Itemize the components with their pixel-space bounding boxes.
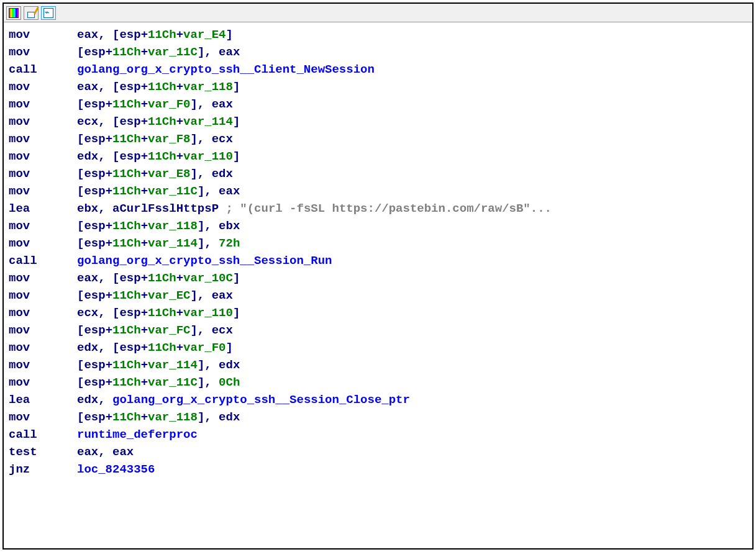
asm-line[interactable]: callgolang_org_x_crypto_ssh__Session_Run xyxy=(9,252,747,269)
tok-pct: + xyxy=(141,115,148,129)
tok-reg: edx xyxy=(212,167,233,181)
tok-pct: + xyxy=(176,306,183,320)
tok-reg: esp xyxy=(119,271,140,285)
tok-pct: [ xyxy=(77,289,84,302)
tok-num: 11Ch xyxy=(112,97,141,111)
tok-reg: esp xyxy=(119,306,140,320)
tok-reg: aCurlFsslHttpsP xyxy=(112,202,219,215)
mnemonic: call xyxy=(9,426,77,443)
tok-pct: + xyxy=(106,410,112,424)
tok-pct: [ xyxy=(77,410,84,424)
asm-line[interactable]: mov[esp+11Ch+var_114], edx xyxy=(9,356,747,374)
tok-pct: + xyxy=(176,150,183,163)
tok-pct: [ xyxy=(77,45,84,59)
tok-reg: esp xyxy=(84,219,105,233)
tok-pct: ], xyxy=(198,358,219,372)
tok-pct: + xyxy=(141,97,148,111)
mnemonic: mov xyxy=(9,374,77,391)
tok-reg: ebx xyxy=(219,219,240,233)
tok-reg: eax xyxy=(77,271,98,285)
asm-line[interactable]: mov[esp+11Ch+var_118], edx xyxy=(9,409,747,426)
tok-reg: esp xyxy=(84,237,105,250)
tok-pct: , [ xyxy=(98,115,119,129)
mnemonic: mov xyxy=(9,409,77,426)
tok-reg: esp xyxy=(84,45,105,59)
asm-line[interactable]: mov[esp+11Ch+var_11C], eax xyxy=(9,43,747,61)
tok-num: 11Ch xyxy=(148,150,176,163)
asm-line[interactable]: movecx, [esp+11Ch+var_110] xyxy=(9,304,747,322)
tok-pct: , xyxy=(98,202,112,215)
tok-pct: , [ xyxy=(98,150,119,163)
mnemonic: lea xyxy=(9,200,77,217)
tok-reg: esp xyxy=(84,132,105,146)
tok-reg: eax xyxy=(219,184,240,198)
tok-num: 11Ch xyxy=(148,341,176,355)
tok-pct: + xyxy=(106,45,112,59)
tok-num: 11Ch xyxy=(112,167,141,181)
asm-line[interactable]: moveax, [esp+11Ch+var_118] xyxy=(9,78,747,96)
tok-pct: + xyxy=(106,237,112,250)
asm-line[interactable]: callgolang_org_x_crypto_ssh__Client_NewS… xyxy=(9,61,747,78)
tok-num: 11Ch xyxy=(112,376,141,389)
asm-line[interactable]: jnzloc_8243356 xyxy=(9,461,747,478)
tok-pct: ] xyxy=(226,341,233,355)
asm-line[interactable]: movedx, [esp+11Ch+var_110] xyxy=(9,148,747,165)
tok-reg: edx xyxy=(77,393,98,407)
mnemonic: mov xyxy=(9,217,77,235)
tok-pct: [ xyxy=(77,184,84,198)
disassembly-view[interactable]: moveax, [esp+11Ch+var_E4]mov[esp+11Ch+va… xyxy=(4,22,752,482)
tok-pct: + xyxy=(141,80,148,94)
tok-reg: esp xyxy=(119,150,140,163)
tok-var: var_F8 xyxy=(148,132,190,146)
tok-reg: edx xyxy=(219,410,240,424)
tok-num: 11Ch xyxy=(112,358,141,372)
tok-pct: + xyxy=(141,341,148,355)
tok-num: 11Ch xyxy=(112,410,141,424)
asm-line[interactable]: mov[esp+11Ch+var_E8], edx xyxy=(9,165,747,183)
mnemonic: mov xyxy=(9,78,77,96)
asm-line[interactable]: mov[esp+11Ch+var_FC], ecx xyxy=(9,322,747,339)
asm-line[interactable]: leaedx, golang_org_x_crypto_ssh__Session… xyxy=(9,391,747,409)
tok-num: 0Ch xyxy=(219,376,240,389)
tok-pct: [ xyxy=(77,324,84,337)
asm-line[interactable]: mov[esp+11Ch+var_11C], 0Ch xyxy=(9,374,747,391)
tok-pct: + xyxy=(106,324,112,337)
graph-toolbar xyxy=(4,4,752,22)
asm-line[interactable]: mov[esp+11Ch+var_F8], ecx xyxy=(9,130,747,148)
tok-num: 11Ch xyxy=(148,80,176,94)
tok-num: 11Ch xyxy=(112,132,141,146)
tok-pct: ], xyxy=(190,132,211,146)
asm-line[interactable]: moveax, [esp+11Ch+var_E4] xyxy=(9,26,747,43)
asm-line[interactable]: mov[esp+11Ch+var_EC], eax xyxy=(9,287,747,304)
tok-num: 11Ch xyxy=(112,45,141,59)
asm-line[interactable]: testeax, eax xyxy=(9,443,747,461)
tok-pct: ] xyxy=(226,28,233,42)
mnemonic: mov xyxy=(9,269,77,287)
mnemonic: mov xyxy=(9,113,77,130)
tok-num: 11Ch xyxy=(112,237,141,250)
asm-line[interactable]: callruntime_deferproc xyxy=(9,426,747,443)
asm-line[interactable]: moveax, [esp+11Ch+var_10C] xyxy=(9,269,747,287)
asm-line[interactable]: movecx, [esp+11Ch+var_114] xyxy=(9,113,747,130)
asm-line[interactable]: mov[esp+11Ch+var_F0], eax xyxy=(9,96,747,113)
tok-var: var_E8 xyxy=(148,167,190,181)
mnemonic: mov xyxy=(9,339,77,356)
asm-line[interactable]: movedx, [esp+11Ch+var_F0] xyxy=(9,339,747,356)
edit-button[interactable] xyxy=(24,6,39,20)
tok-var: var_11C xyxy=(148,184,198,198)
colors-button[interactable] xyxy=(6,6,21,20)
graph-button[interactable] xyxy=(41,6,56,20)
tok-reg: esp xyxy=(84,184,105,198)
asm-line[interactable]: mov[esp+11Ch+var_114], 72h xyxy=(9,235,747,252)
tok-pct: + xyxy=(106,358,112,372)
tok-pct: ] xyxy=(233,80,240,94)
tok-pct: + xyxy=(106,184,112,198)
tok-reg: ecx xyxy=(77,115,98,129)
asm-line[interactable]: leaebx, aCurlFsslHttpsP ; "(curl -fsSL h… xyxy=(9,200,747,217)
asm-line[interactable]: mov[esp+11Ch+var_118], ebx xyxy=(9,217,747,235)
tok-pct: + xyxy=(106,97,112,111)
tok-var: var_114 xyxy=(148,237,198,250)
asm-line[interactable]: mov[esp+11Ch+var_11C], eax xyxy=(9,183,747,200)
mnemonic: call xyxy=(9,61,77,78)
tok-pct: + xyxy=(176,271,183,285)
